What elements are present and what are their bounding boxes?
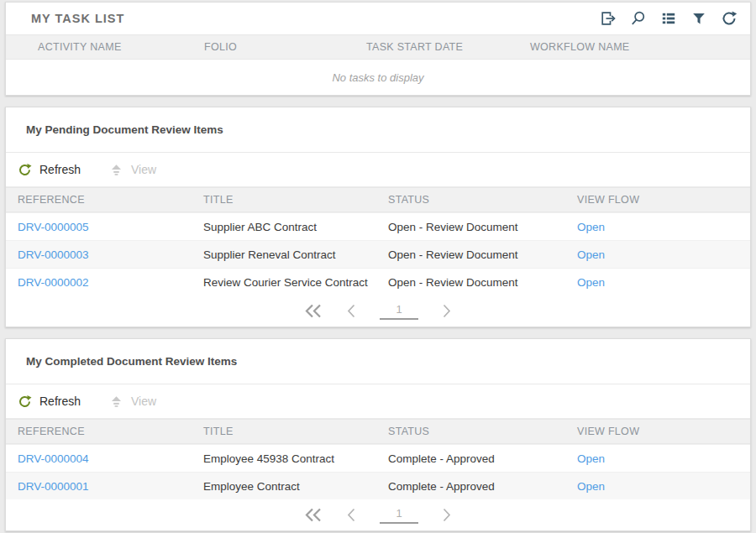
pending-items-panel: My Pending Document Review Items Refresh xyxy=(5,107,751,327)
refresh-button[interactable]: Refresh xyxy=(18,395,81,409)
column-header-folio: FOLIO xyxy=(204,41,366,53)
view-flow-link[interactable]: Open xyxy=(577,276,750,289)
table-row: DRV-0000005 Supplier ABC Contract Open -… xyxy=(6,212,750,240)
table-row: DRV-0000004 Employee 45938 Contract Comp… xyxy=(6,444,750,472)
view-button[interactable]: View xyxy=(109,395,156,409)
view-flow-link[interactable]: Open xyxy=(577,221,750,233)
empty-message: No tasks to display xyxy=(6,60,750,95)
task-list-header: MY TASK LIST xyxy=(6,3,750,34)
view-button[interactable]: View xyxy=(109,163,156,177)
view-flow-link[interactable]: Open xyxy=(577,452,750,465)
refresh-button-label: Refresh xyxy=(39,395,81,408)
page-title: MY TASK LIST xyxy=(31,12,124,25)
task-list-header-icons xyxy=(600,10,738,27)
column-header-status: STATUS xyxy=(388,426,577,437)
title-cell: Supplier Reneval Contract xyxy=(203,248,388,261)
column-header-status: STATUS xyxy=(388,194,577,206)
title-cell: Employee Contract xyxy=(203,480,388,493)
table-row: DRV-0000002 Review Courier Service Contr… xyxy=(6,268,750,295)
page-number[interactable]: 1 xyxy=(380,303,418,320)
view-button-label: View xyxy=(131,395,156,408)
column-header-workflow-name: WORKFLOW NAME xyxy=(530,41,750,53)
pending-panel-title: My Pending Document Review Items xyxy=(26,123,223,136)
view-button-label: View xyxy=(131,163,156,176)
prev-page-button[interactable] xyxy=(346,304,356,318)
title-cell: Employee 45938 Contract xyxy=(203,452,388,465)
pending-pagination: 1 xyxy=(6,295,750,327)
refresh-icon xyxy=(18,395,32,409)
completed-toolbar: Refresh View xyxy=(6,384,750,419)
refresh-icon xyxy=(18,163,32,177)
status-cell: Open - Review Document xyxy=(388,276,577,289)
reference-link[interactable]: DRV-0000001 xyxy=(18,480,203,493)
view-flow-link[interactable]: Open xyxy=(577,480,750,493)
refresh-icon[interactable] xyxy=(721,10,738,27)
view-icon xyxy=(109,395,123,409)
status-cell: Complete - Approved xyxy=(388,452,577,465)
refresh-button[interactable]: Refresh xyxy=(18,163,81,177)
completed-pagination: 1 xyxy=(6,499,750,530)
view-icon xyxy=(109,163,123,177)
column-header-view-flow: VIEW FLOW xyxy=(577,194,750,206)
first-page-button[interactable] xyxy=(304,304,323,318)
status-cell: Open - Review Document xyxy=(388,248,577,261)
column-header-view-flow: VIEW FLOW xyxy=(577,426,750,437)
status-cell: Open - Review Document xyxy=(388,221,577,233)
refresh-button-label: Refresh xyxy=(39,163,81,176)
title-cell: Review Courier Service Contract xyxy=(203,276,388,289)
column-header-reference: REFERENCE xyxy=(18,426,203,437)
export-icon[interactable] xyxy=(600,10,617,27)
my-task-list-panel: MY TASK LIST xyxy=(5,2,751,96)
completed-panel-title: My Completed Document Review Items xyxy=(26,355,237,368)
page: MY TASK LIST xyxy=(0,0,756,531)
status-cell: Complete - Approved xyxy=(388,480,577,493)
reference-link[interactable]: DRV-0000004 xyxy=(18,452,203,465)
column-header-activity-name: ACTIVITY NAME xyxy=(38,41,204,53)
column-header-title: TITLE xyxy=(203,194,388,206)
reference-link[interactable]: DRV-0000002 xyxy=(18,276,203,289)
first-page-button[interactable] xyxy=(304,508,323,522)
pending-panel-header: My Pending Document Review Items xyxy=(6,107,750,153)
search-icon[interactable] xyxy=(630,10,647,27)
next-page-button[interactable] xyxy=(442,508,452,522)
page-number[interactable]: 1 xyxy=(380,507,418,524)
prev-page-button[interactable] xyxy=(346,508,356,522)
column-header-reference: REFERENCE xyxy=(18,194,203,206)
pending-toolbar: Refresh View xyxy=(6,153,750,187)
filter-icon[interactable] xyxy=(690,10,707,27)
column-header-title: TITLE xyxy=(203,426,388,437)
column-header-task-start-date: TASK START DATE xyxy=(366,41,530,53)
list-view-icon[interactable] xyxy=(660,10,677,27)
task-list-column-headers: ACTIVITY NAME FOLIO TASK START DATE WORK… xyxy=(6,34,750,60)
completed-panel-header: My Completed Document Review Items xyxy=(6,339,750,384)
completed-items-panel: My Completed Document Review Items Refre… xyxy=(5,338,751,531)
next-page-button[interactable] xyxy=(442,304,452,318)
reference-link[interactable]: DRV-0000003 xyxy=(18,248,203,261)
view-flow-link[interactable]: Open xyxy=(577,248,750,261)
pending-column-headers: REFERENCE TITLE STATUS VIEW FLOW xyxy=(6,187,750,212)
reference-link[interactable]: DRV-0000005 xyxy=(18,221,203,233)
title-cell: Supplier ABC Contract xyxy=(203,221,388,233)
completed-column-headers: REFERENCE TITLE STATUS VIEW FLOW xyxy=(6,419,750,444)
table-row: DRV-0000003 Supplier Reneval Contract Op… xyxy=(6,240,750,268)
table-row: DRV-0000001 Employee Contract Complete -… xyxy=(6,472,750,499)
